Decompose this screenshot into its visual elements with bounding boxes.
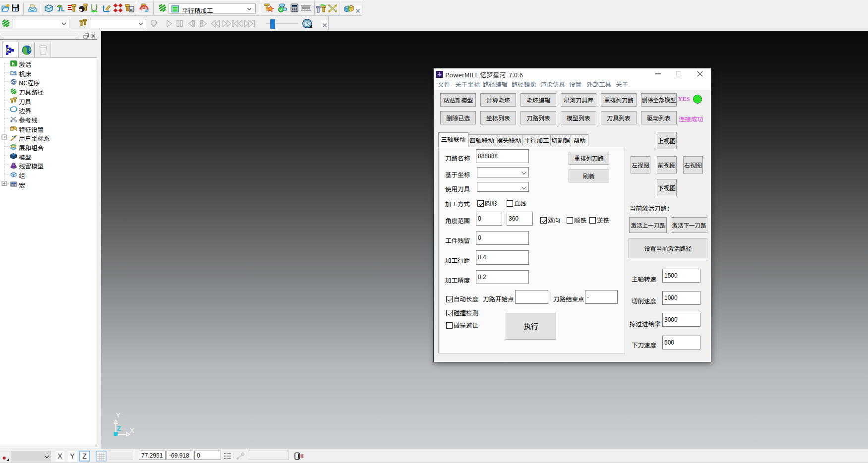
- svg-text:Z: Z: [117, 425, 121, 432]
- svg-text:X: X: [130, 427, 134, 434]
- svg-text:Y: Y: [116, 411, 120, 419]
